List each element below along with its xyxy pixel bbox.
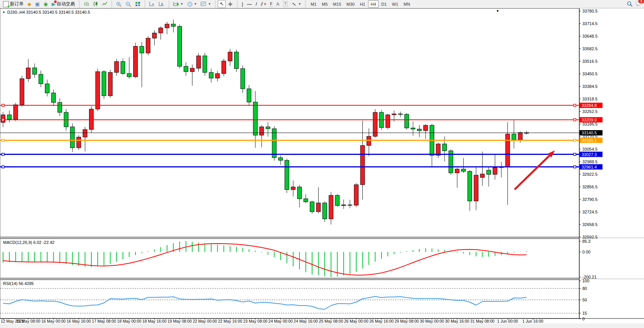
search-icon[interactable]	[627, 1, 633, 7]
candle-body	[127, 73, 131, 77]
charts-button[interactable]: ◆	[26, 0, 33, 8]
status-strip	[0, 323, 644, 328]
periods-button[interactable]: ▼	[185, 0, 199, 8]
hline-handle[interactable]	[2, 139, 4, 142]
timeframe-d1[interactable]: D1	[379, 0, 389, 8]
chart-shift-button[interactable]	[157, 0, 166, 8]
shapes-arrows-icon	[292, 2, 296, 6]
price-tick-label: 33516.5	[582, 59, 598, 64]
macd-label: MACD(12,26,9) 6.02 -22.42	[3, 240, 54, 245]
price-flag-label: 33209.0	[582, 118, 597, 122]
text-icon: A	[276, 2, 280, 6]
hline-handle[interactable]	[574, 119, 576, 121]
indicators-icon	[173, 2, 179, 6]
candle-body	[316, 203, 320, 212]
timeframe-m5[interactable]: M5	[319, 0, 330, 8]
chart-window[interactable]: 33780.533714.533648.533582.533516.533450…	[0, 8, 644, 328]
vertical-line-icon: |	[242, 2, 243, 6]
horizontal-line-tool[interactable]: —	[245, 0, 254, 8]
label-tool[interactable]: T	[281, 0, 290, 8]
candle-body	[159, 28, 163, 33]
price-tick-label: 32790.5	[582, 197, 598, 202]
price-tick-label: 33318.5	[582, 97, 598, 101]
macd-tick-label: 85.3	[582, 239, 590, 244]
candle-body	[152, 33, 156, 38]
notifications-button[interactable]: 1	[636, 1, 642, 7]
candle-chart-mode-button[interactable]	[91, 0, 100, 8]
tile-windows-button[interactable]	[133, 0, 142, 8]
candle-body	[108, 72, 112, 96]
timeframe-h1[interactable]: H1	[357, 0, 368, 8]
auto-trading-button[interactable]: ▶ 自动交易	[50, 0, 77, 8]
trendline-tool[interactable]: /	[254, 0, 259, 8]
timeframe-w1[interactable]: W1	[389, 0, 401, 8]
time-tick-label: 24 May 00:00	[268, 319, 293, 323]
candle-body	[70, 127, 75, 148]
trendline-icon: /	[256, 2, 257, 6]
time-tick-label: 19 May 08:00	[167, 319, 192, 323]
hline-handle[interactable]	[2, 104, 4, 107]
candle-body	[260, 127, 264, 135]
mt4-window: + 新订单 ◆ ▣ ◉ ▶ 自动交易	[0, 0, 644, 328]
hline-handle[interactable]	[2, 166, 4, 168]
time-tick-label: 29 May 08:00	[395, 319, 419, 323]
candle-body	[436, 144, 440, 155]
profiles-button[interactable]: ▣	[33, 0, 41, 8]
expert-advisors-button[interactable]: ◉	[41, 0, 49, 8]
vertical-line-tool[interactable]: |	[240, 0, 245, 8]
crosshair-tool-button[interactable]	[226, 0, 235, 8]
candle-body	[203, 56, 207, 73]
candle-body	[335, 195, 340, 205]
symbol-dropdown-icon[interactable]: ▼	[2, 11, 5, 14]
candle-body	[51, 93, 56, 102]
price-tick-label: 32988.5	[582, 159, 598, 164]
indicators-button[interactable]: ▼	[171, 0, 185, 8]
auto-scroll-button[interactable]	[147, 0, 157, 8]
channel-tool[interactable]: ⫽E	[259, 0, 268, 8]
hline-handle[interactable]	[2, 153, 4, 156]
candle-body	[215, 73, 220, 78]
line-chart-mode-button[interactable]	[100, 0, 109, 8]
zoom-in-button[interactable]	[114, 0, 124, 8]
chart-canvas[interactable]: 33780.533714.533648.533582.533516.533450…	[0, 8, 644, 328]
candle-body	[424, 125, 428, 131]
timeframe-m30[interactable]: M30	[344, 0, 357, 8]
candle-body	[468, 171, 472, 201]
cursor-icon: ↖	[220, 2, 224, 6]
time-tick-label: 22 May 16:00	[218, 319, 242, 323]
toolbar-separator	[215, 1, 216, 8]
candle-body	[222, 61, 226, 73]
candle-body	[461, 169, 465, 171]
rsi-tick-label: 15	[582, 311, 587, 315]
timeframe-mn[interactable]: MN	[401, 0, 413, 8]
hline-handle[interactable]	[574, 166, 576, 168]
chart-menu-icon[interactable]: ▼	[496, 9, 499, 13]
cursor-tool-button[interactable]: ↖	[218, 0, 226, 8]
bar-chart-mode-button[interactable]	[82, 0, 91, 8]
templates-button[interactable]: ▼	[199, 0, 213, 8]
hline-handle[interactable]	[574, 104, 576, 107]
candle-body	[234, 52, 239, 69]
candle-body	[518, 132, 522, 140]
timeframe-h4[interactable]: H4	[368, 0, 379, 8]
price-tick-label: 32724.5	[582, 210, 598, 214]
fibonacci-tool[interactable]: F	[268, 0, 274, 8]
text-tool[interactable]: A	[274, 0, 282, 8]
candle-body	[184, 66, 188, 72]
candle-body	[190, 68, 194, 72]
hline-handle[interactable]	[574, 153, 576, 156]
hline-handle[interactable]	[574, 139, 576, 142]
zoom-out-button[interactable]	[124, 0, 133, 8]
price-tick-label: 33714.5	[582, 21, 598, 26]
timeframe-m15[interactable]: M15	[330, 0, 344, 8]
new-order-icon: +	[3, 1, 9, 7]
price-tick-label: 32856.5	[582, 185, 598, 189]
price-tick-label: 33780.5	[582, 9, 598, 13]
candle-body	[121, 62, 125, 74]
hline-handle[interactable]	[2, 119, 4, 121]
candle-body	[486, 170, 491, 174]
new-order-button[interactable]: + 新订单	[1, 0, 26, 8]
candle-body	[266, 127, 270, 129]
shapes-tool[interactable]: ▼	[290, 0, 303, 8]
timeframe-m1[interactable]: M1	[308, 0, 319, 8]
